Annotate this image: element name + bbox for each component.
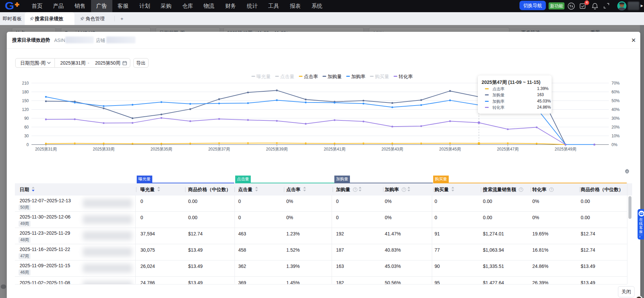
svg-text:120: 120 (22, 107, 29, 112)
svg-text:点击量: 点击量 (280, 74, 294, 79)
svg-text:2025第45周: 2025第45周 (439, 147, 461, 152)
svg-text:50%: 50% (612, 98, 620, 103)
svg-text:2025第49周: 2025第49周 (555, 147, 576, 152)
svg-text:0%: 0% (612, 142, 618, 147)
svg-text:购买量: 购买量 (375, 74, 389, 79)
svg-text:150: 150 (22, 98, 29, 103)
svg-text:60: 60 (24, 125, 29, 130)
svg-text:2025第41周: 2025第41周 (324, 147, 346, 152)
svg-text:2025第43周: 2025第43周 (381, 147, 403, 152)
svg-text:加购量: 加购量 (328, 74, 342, 79)
svg-text:转化率: 转化率 (399, 74, 413, 79)
svg-text:210: 210 (22, 81, 29, 86)
svg-text:加购率: 加购率 (351, 74, 365, 79)
svg-text:点击率: 点击率 (304, 74, 318, 79)
svg-text:90: 90 (24, 116, 29, 121)
svg-text:2025第31周: 2025第31周 (35, 147, 57, 152)
svg-text:曝光量: 曝光量 (257, 74, 271, 79)
svg-text:30%: 30% (612, 116, 620, 121)
svg-text:2025第37周: 2025第37周 (208, 147, 230, 152)
svg-text:180: 180 (22, 90, 29, 94)
svg-text:20%: 20% (612, 125, 620, 130)
svg-text:0: 0 (26, 142, 29, 147)
svg-text:10%: 10% (612, 134, 620, 138)
svg-text:40%: 40% (612, 107, 620, 112)
svg-text:60%: 60% (612, 90, 620, 94)
svg-text:30: 30 (24, 134, 29, 138)
svg-text:2025第33周: 2025第33周 (93, 147, 114, 152)
svg-text:2025第47周: 2025第47周 (497, 147, 518, 152)
svg-text:2025第35周: 2025第35周 (151, 147, 172, 152)
svg-text:70%: 70% (612, 81, 620, 86)
svg-text:2025第39周: 2025第39周 (266, 147, 288, 152)
